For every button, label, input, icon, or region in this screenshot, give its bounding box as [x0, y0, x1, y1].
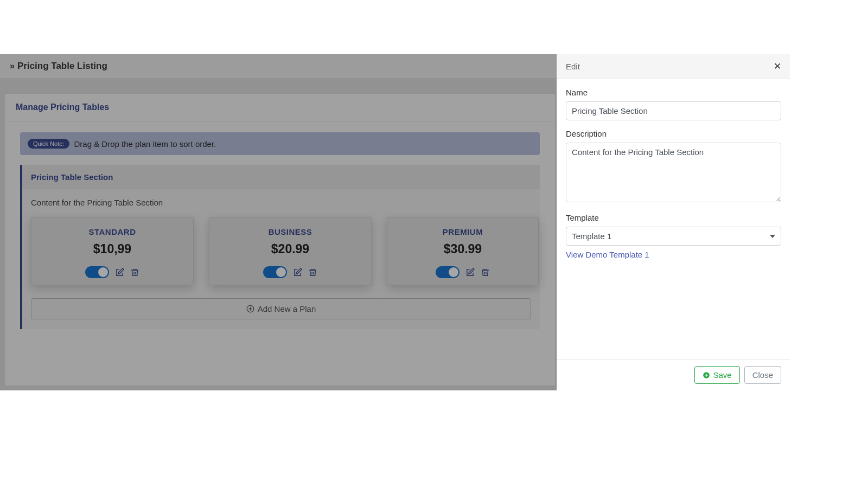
pricing-section: Pricing Table Section Content for the Pr…	[20, 165, 540, 329]
trash-icon[interactable]	[130, 267, 139, 277]
plan-title: STANDARD	[38, 227, 187, 236]
page-header: » Pricing Table Listing	[0, 54, 557, 78]
note-text: Drag & Drop the plan item to sort order.	[74, 139, 216, 149]
toggle-switch[interactable]	[263, 266, 287, 278]
close-label: Close	[752, 370, 773, 380]
edit-icon[interactable]	[114, 267, 124, 277]
main-background: » Pricing Table Listing Manage Pricing T…	[0, 54, 557, 390]
plan-actions	[216, 266, 365, 278]
section-title: Pricing Table Section	[22, 165, 540, 189]
panel-header: Edit ✕	[557, 54, 790, 79]
plan-card-premium[interactable]: PREMIUM $30.99	[387, 217, 539, 285]
save-button[interactable]: Save	[694, 366, 739, 384]
plus-circle-icon	[703, 371, 710, 379]
plan-actions	[38, 266, 187, 278]
trash-icon[interactable]	[308, 267, 317, 277]
plan-actions	[394, 266, 532, 278]
section-subtitle: Content for the Pricing Table Section	[22, 189, 540, 207]
quick-note: Quick Note: Drag & Drop the plan item to…	[20, 132, 540, 155]
plans-row: STANDARD $10,99	[22, 217, 540, 285]
description-label: Description	[566, 129, 781, 138]
toggle-switch[interactable]	[85, 266, 109, 278]
trash-icon[interactable]	[480, 267, 490, 277]
chevron-right-icon: »	[10, 61, 13, 71]
name-input[interactable]	[566, 101, 781, 120]
page-title: Pricing Table Listing	[17, 61, 107, 72]
edit-icon[interactable]	[292, 267, 302, 277]
note-badge: Quick Note:	[28, 139, 69, 149]
panel-body: Name Description Content for the Pricing…	[557, 79, 790, 359]
template-select[interactable]: Template 1	[566, 227, 781, 246]
plan-card-business[interactable]: BUSINESS $20.99	[209, 217, 372, 285]
panel-footer: Save Close	[557, 359, 790, 390]
edit-panel: Edit ✕ Name Description Content for the …	[557, 54, 790, 390]
plan-price: $20.99	[216, 242, 365, 256]
view-demo-link[interactable]: View Demo Template 1	[566, 250, 781, 259]
card-title: Manage Pricing Tables	[5, 94, 555, 121]
toggle-switch[interactable]	[436, 266, 459, 278]
name-label: Name	[566, 88, 781, 97]
save-label: Save	[713, 370, 731, 380]
manage-card: Manage Pricing Tables Quick Note: Drag &…	[4, 93, 556, 386]
close-button[interactable]: Close	[744, 366, 781, 384]
plus-circle-icon	[246, 305, 254, 313]
edit-icon[interactable]	[465, 267, 475, 277]
template-label: Template	[566, 213, 781, 222]
plan-title: BUSINESS	[216, 227, 365, 236]
description-textarea[interactable]: Content for the Pricing Table Section	[566, 143, 781, 202]
plan-title: PREMIUM	[394, 227, 532, 236]
plan-price: $10,99	[38, 242, 187, 256]
plan-price: $30.99	[394, 242, 532, 256]
add-plan-label: Add New a Plan	[258, 304, 316, 313]
card-body: Quick Note: Drag & Drop the plan item to…	[5, 121, 555, 340]
panel-title: Edit	[566, 62, 580, 71]
add-plan-button[interactable]: Add New a Plan	[31, 298, 531, 319]
close-icon[interactable]: ✕	[774, 61, 781, 72]
plan-card-standard[interactable]: STANDARD $10,99	[31, 217, 194, 285]
